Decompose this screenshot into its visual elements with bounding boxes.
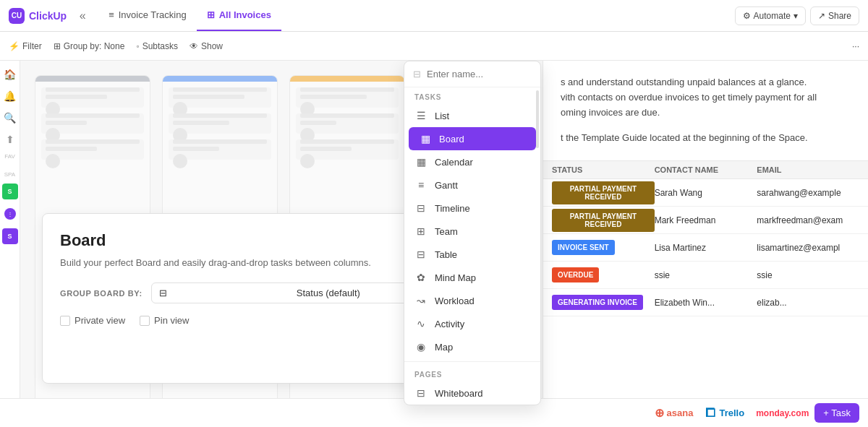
status-badge: PARTIAL PAYMENT RECEIVED <box>552 181 655 204</box>
view-dropdown: ⊟ TASKS ☰ List ▦ Board ▦ Calendar ≡ Gant… <box>404 61 541 405</box>
board-card <box>169 87 271 108</box>
group-icon: ⊞ <box>54 41 61 51</box>
main-area: 🏠 🔔 🔍 ⬆ FAV SPA S ⋮ S W <box>0 61 868 427</box>
toolbar: ⚡ Filter ⊞ Group by: None ◦ Subtasks 👁 S… <box>0 32 868 61</box>
sidebar-item-notifications[interactable]: 🔔 <box>2 88 18 104</box>
view-option-table[interactable]: ⊟ Table <box>404 243 540 266</box>
email-cell: markfreedman@exam <box>757 215 859 225</box>
gantt-view-label: Gantt <box>435 180 458 191</box>
select-icon: ⊟ <box>159 288 167 298</box>
board-card <box>296 139 399 160</box>
view-option-gantt[interactable]: ≡ Gantt <box>404 173 540 197</box>
view-option-board[interactable]: ▦ Board <box>409 127 536 150</box>
activity-view-icon: ∿ <box>414 318 427 329</box>
invoice-table: STATUS CONTACT NAME EMAIL PARTIAL PAYMEN… <box>543 160 868 316</box>
group-by-label: Group by: None <box>64 41 125 51</box>
status-badge: GENERATING INVOICE <box>552 295 643 310</box>
table-header: STATUS CONTACT NAME EMAIL <box>543 160 868 179</box>
add-task-button[interactable]: + Task <box>814 403 859 423</box>
private-view-checkbox[interactable]: Private view <box>60 315 125 326</box>
view-option-workload[interactable]: ↝ Workload <box>404 289 540 312</box>
tab-invoice-tracking-label: Invoice Tracking <box>119 9 187 20</box>
col-header-gray <box>35 76 150 82</box>
status-cell: PARTIAL PAYMENT RECEIVED <box>552 209 655 232</box>
info-panel: s and understand outstanding unpaid bala… <box>543 61 868 160</box>
grid-icon: ⊞ <box>207 9 215 20</box>
group-by-button[interactable]: ⊞ Group by: None <box>54 41 125 51</box>
filter-button[interactable]: ⚡ Filter <box>9 41 42 51</box>
view-option-activity[interactable]: ∿ Activity <box>404 312 540 335</box>
tab-invoice-tracking[interactable]: ≡ Invoice Tracking <box>98 0 197 31</box>
view-option-mindmap[interactable]: ✿ Mind Map <box>404 266 540 289</box>
sidebar-item-up[interactable]: ⬆ <box>2 131 18 147</box>
logo-text: ClickUp <box>29 10 67 22</box>
view-option-timeline[interactable]: ⊟ Timeline <box>404 197 540 220</box>
board-view-icon: ▦ <box>419 133 432 145</box>
right-panel: s and understand outstanding unpaid bala… <box>542 61 868 427</box>
sidebar-item-home[interactable]: 🏠 <box>2 66 18 82</box>
timeline-view-icon: ⊟ <box>414 202 427 214</box>
sidebar-item-s2[interactable]: S <box>2 228 18 244</box>
contact-cell: ssie <box>655 270 757 280</box>
status-cell: GENERATING INVOICE <box>552 295 655 310</box>
calendar-view-label: Calendar <box>435 157 473 168</box>
tab-all-invoices-label: All Invoices <box>219 9 271 20</box>
status-badge: OVERDUE <box>552 267 599 282</box>
sidebar-spaces-label: SPA <box>4 171 15 178</box>
sidebar-favorites-label: FAV <box>4 153 15 160</box>
tab-section: ≡ Invoice Tracking ⊞ All Invoices <box>98 0 281 31</box>
status-cell: OVERDUE <box>552 267 655 282</box>
dropdown-divider <box>404 361 540 362</box>
contact-cell: Lisa Martinez <box>655 243 757 253</box>
mindmap-view-label: Mind Map <box>435 272 476 283</box>
sidebar-item-space[interactable]: S <box>2 184 18 199</box>
view-option-calendar[interactable]: ▦ Calendar <box>404 150 540 173</box>
collapse-sidebar-button[interactable]: « <box>72 6 93 26</box>
map-view-icon: ◉ <box>414 341 427 353</box>
asana-logo: ⊕ asana <box>655 406 694 420</box>
list-view-label: List <box>435 111 449 121</box>
activity-view-label: Activity <box>435 319 464 329</box>
contact-cell: Mark Freedman <box>655 215 757 225</box>
view-option-list[interactable]: ☰ List <box>404 104 540 127</box>
board-card <box>169 139 271 160</box>
timeline-view-label: Timeline <box>435 203 470 214</box>
checkbox-box <box>140 316 150 326</box>
status-cell: INVOICE SENT <box>552 240 655 255</box>
status-badge: INVOICE SENT <box>552 240 615 255</box>
col-header-yellow <box>290 76 404 82</box>
select-value: Status (default) <box>297 288 360 298</box>
pin-view-checkbox[interactable]: Pin view <box>140 315 189 326</box>
sidebar-item-search[interactable]: 🔍 <box>2 110 18 126</box>
show-button[interactable]: 👁 Show <box>190 41 223 51</box>
automate-button[interactable]: ⚙ Automate ▾ <box>735 7 806 25</box>
scrollbar[interactable] <box>536 90 539 148</box>
tasks-section-label: TASKS <box>404 87 540 104</box>
board-card <box>296 113 399 134</box>
automate-icon: ⚙ <box>743 11 751 21</box>
tab-all-invoices[interactable]: ⊞ All Invoices <box>197 0 281 31</box>
table-view-icon: ⊟ <box>414 249 427 260</box>
workload-view-label: Workload <box>435 296 475 306</box>
view-option-team[interactable]: ⊞ Team <box>404 220 540 243</box>
email-cell: ssie <box>757 270 859 280</box>
view-option-map[interactable]: ◉ Map <box>404 335 540 358</box>
view-option-whiteboard[interactable]: ⊟ Whiteboard <box>404 381 540 405</box>
sponsor-logos: ⊕ asana ⧠ Trello monday.com <box>655 406 809 420</box>
dropdown-search-area: ⊟ <box>404 61 540 87</box>
share-button[interactable]: ↗ Share <box>810 7 859 25</box>
content-area: Board Build your perfect Board and easil… <box>20 61 868 427</box>
info-text-2: vith contacts on overdue invoices to get… <box>561 90 851 105</box>
board-card <box>41 87 144 108</box>
search-input[interactable] <box>427 69 548 79</box>
board-card <box>41 139 144 160</box>
board-card <box>169 113 271 134</box>
eye-icon: 👁 <box>190 41 198 51</box>
subtasks-button[interactable]: ◦ Subtasks <box>136 41 178 51</box>
sidebar: 🏠 🔔 🔍 ⬆ FAV SPA S ⋮ S W <box>0 61 20 427</box>
contact-cell: Sarah Wang <box>655 188 757 198</box>
filter-icon: ⚡ <box>9 41 20 51</box>
subtasks-icon: ◦ <box>136 41 139 51</box>
topbar: CU ClickUp « ≡ Invoice Tracking ⊞ All In… <box>0 0 868 32</box>
more-options-button[interactable]: ··· <box>852 41 859 51</box>
